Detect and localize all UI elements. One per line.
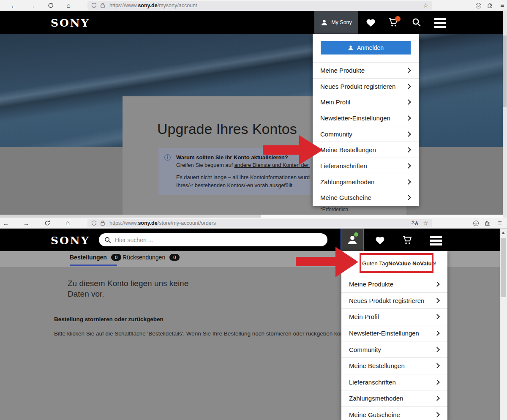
home-button[interactable]: ⌂ (63, 218, 73, 229)
reload-icon (44, 220, 50, 226)
tab-ruecksendungen[interactable]: Rücksendungen 0 (123, 254, 180, 261)
wishlist-heart-icon[interactable] (365, 18, 376, 27)
count-badge: 0 (169, 254, 180, 261)
nav-hamburger-icon[interactable] (434, 18, 446, 28)
back-button[interactable]: ← (8, 0, 19, 11)
count-badge: 0 (111, 254, 121, 261)
scrollbar[interactable] (503, 11, 507, 218)
pocket-icon[interactable] (474, 0, 483, 11)
screenshot-bottom: ← → ⌂ https://www.sony.de/store/my-accou… (0, 218, 507, 420)
scroll-up-arrow[interactable] (502, 232, 505, 234)
chevron-right-icon (406, 99, 411, 105)
chevron-right-icon (434, 314, 440, 320)
bookmark-star-icon[interactable]: ☆ (423, 219, 428, 227)
menu-item-meine-bestellungen[interactable]: Meine Bestellungen (341, 357, 447, 374)
info-line2: Es dauert nicht lange – all Ihre Kontoin… (176, 175, 310, 180)
annotation-arrow (296, 246, 358, 278)
menu-item-lieferanschriften[interactable]: Lieferanschriften (341, 374, 447, 390)
address-bar[interactable]: https://www.sony.de/store/my-account/ord… (87, 219, 432, 227)
my-sony-label: My Sony (331, 19, 352, 25)
reload-icon (48, 3, 54, 8)
tracking-shield-icon[interactable] (91, 3, 97, 8)
extensions-puzzle-icon[interactable] (483, 218, 492, 229)
my-sony-button[interactable]: My Sony (314, 11, 358, 34)
extensions-puzzle-icon[interactable] (485, 0, 495, 11)
window-bottom-strip (261, 215, 507, 218)
sony-logo[interactable]: SONY (51, 235, 90, 247)
search-input[interactable] (115, 237, 318, 243)
menu-item-zahlungsmethoden[interactable]: Zahlungsmethoden (341, 390, 447, 406)
menu-item-lieferanschriften[interactable]: Lieferanschriften (313, 158, 419, 174)
forward-button[interactable]: → (27, 0, 37, 11)
menu-item-mein-profil[interactable]: Mein Profil (341, 308, 447, 325)
lock-icon[interactable] (100, 220, 105, 226)
address-bar[interactable]: https://www.sony.de/mysony/account ☆ (87, 1, 432, 10)
sony-header: SONY My Sony (0, 11, 507, 34)
menu-hamburger-icon[interactable]: ≡ (495, 218, 504, 229)
empty-state-message: Zu diesem Konto liegen uns keine Daten v… (68, 278, 188, 299)
menu-item-zahlungsmethoden[interactable]: Zahlungsmethoden (313, 174, 419, 190)
chevron-right-icon (406, 195, 411, 200)
url-text: https://www.sony.de/mysony/account (109, 3, 197, 8)
menu-item-neues-produkt-registrieren[interactable]: Neues Produkt registrieren (313, 78, 419, 94)
window-bottom-strip (0, 215, 261, 218)
menu-item-meine-produkte[interactable]: Meine Produkte (313, 62, 419, 78)
tracking-shield-icon[interactable] (91, 220, 97, 226)
site-search-bar[interactable] (99, 233, 327, 246)
my-sony-dropdown: Anmelden Meine Produkte Neues Produkt re… (313, 34, 419, 206)
url-text: https://www.sony.de/store/my-account/ord… (109, 220, 216, 226)
person-icon (348, 45, 354, 51)
back-button[interactable]: ← (1, 218, 11, 229)
signin-button[interactable]: Anmelden (321, 41, 411, 55)
menu-item-mein-profil[interactable]: Mein Profil (313, 94, 419, 110)
menu-item-community[interactable]: Community (341, 341, 447, 357)
bookmark-star-icon[interactable]: ☆ (423, 1, 428, 10)
menu-hamburger-icon[interactable]: ≡ (498, 0, 507, 11)
browser-toolbar: ← → ⌂ https://www.sony.de/store/my-accou… (0, 218, 507, 229)
annotation-highlight-box (360, 253, 433, 273)
required-note: *Erforderlich (320, 207, 348, 213)
sony-logo[interactable]: SONY (51, 17, 90, 29)
chevron-right-icon (406, 179, 411, 185)
scrollbar[interactable] (500, 229, 507, 420)
reload-button[interactable] (42, 218, 52, 229)
menu-item-newsletter-einstellungen[interactable]: Newsletter-Einstellungen (313, 110, 419, 126)
chevron-right-icon (406, 84, 411, 89)
cart-icon[interactable] (402, 235, 413, 245)
info-icon: i (164, 154, 171, 161)
screenshot-top: ← → ⌂ https://www.sony.de/mysony/account… (0, 0, 507, 218)
search-icon (104, 236, 112, 244)
translate-icon[interactable]: 文A (412, 219, 418, 227)
menu-item-meine-produkte[interactable]: Meine Produkte (341, 276, 447, 292)
browser-toolbar: ← → ⌂ https://www.sony.de/mysony/account… (0, 0, 507, 11)
chevron-right-icon (406, 68, 411, 73)
menu-item-meine-gutscheine[interactable]: Meine Gutscheine (313, 190, 419, 206)
pocket-icon[interactable] (471, 218, 480, 229)
chevron-right-icon (406, 147, 411, 153)
chevron-right-icon (406, 115, 411, 121)
forward-button[interactable]: → (21, 218, 31, 229)
wishlist-heart-icon[interactable] (375, 235, 385, 245)
chevron-right-icon (434, 347, 440, 352)
chevron-right-icon (434, 379, 440, 385)
annotation-arrow (263, 134, 323, 166)
search-icon[interactable] (412, 17, 422, 27)
nav-hamburger-icon[interactable] (430, 236, 442, 245)
tab-bestellungen[interactable]: Bestellungen 0 (70, 254, 121, 261)
chevron-right-icon (434, 330, 440, 336)
menu-item-neues-produkt-registrieren[interactable]: Neues Produkt registrieren (341, 292, 447, 309)
lock-icon[interactable] (100, 3, 105, 8)
chevron-right-icon (434, 363, 440, 368)
menu-item-community[interactable]: Community (313, 126, 419, 142)
info-line3: Ihres/-r bestehenden Kontos/-en vorab au… (176, 183, 294, 188)
menu-item-newsletter-einstellungen[interactable]: Newsletter-Einstellungen (341, 325, 447, 341)
menu-item-meine-bestellungen[interactable]: Meine Bestellungen (313, 142, 419, 158)
cart-icon[interactable] (388, 17, 399, 27)
sony-header: SONY (0, 229, 507, 251)
chevron-right-icon (406, 163, 411, 169)
scrollbar-thumb[interactable] (501, 238, 506, 297)
reload-button[interactable] (46, 0, 56, 11)
menu-item-meine-gutscheine[interactable]: Meine Gutscheine (341, 406, 447, 420)
home-button[interactable]: ⌂ (63, 0, 74, 11)
person-icon (321, 19, 328, 26)
